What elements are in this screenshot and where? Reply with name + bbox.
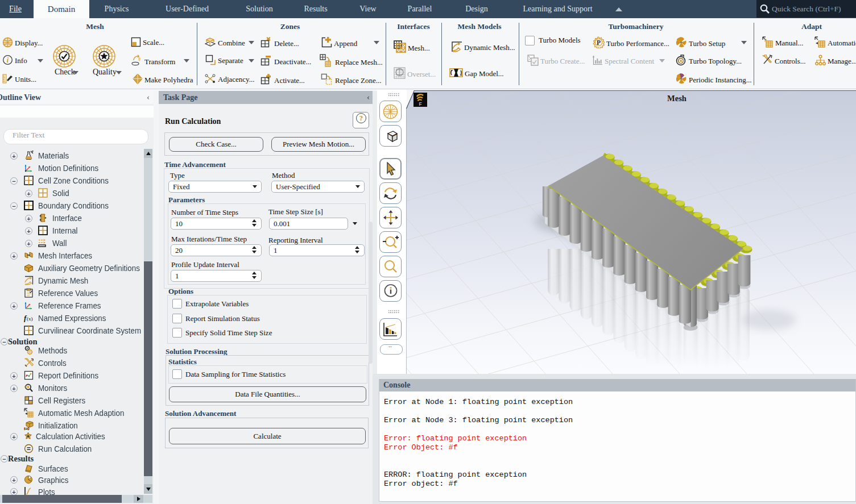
svg-text:P: P bbox=[597, 39, 601, 46]
svg-text:i: i bbox=[7, 56, 9, 64]
svg-text:F: F bbox=[419, 101, 421, 107]
svg-text:Mesh: Mesh bbox=[667, 94, 687, 103]
svg-text:(x): (x) bbox=[27, 316, 33, 322]
svg-text:t=0: t=0 bbox=[24, 427, 30, 431]
